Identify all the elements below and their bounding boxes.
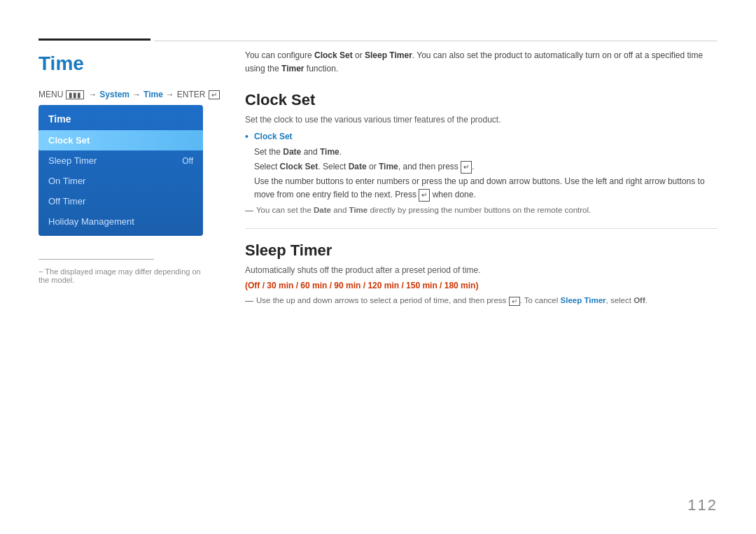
on-timer-label: On Timer [48,176,85,186]
sidebar-menu: Time Clock Set Sleep Timer Off On Timer … [38,105,203,236]
bullet-clock-set: • Clock Set Set the Date and Time. Selec… [245,130,718,202]
top-accent-line [38,38,150,41]
note-text1: You can set the Date and Time directly b… [256,206,591,214]
enter-icon3: ↵ [509,297,520,306]
section1-desc: Set the clock to use the various various… [245,115,718,125]
clock-set-label: Clock Set [48,135,90,146]
bullet-dot-icon: • [245,131,248,142]
enter-icon-box: ↵ [209,90,220,99]
section2-note: — Use the up and down arrows to select a… [245,296,718,306]
timer-bold: Timer [281,64,304,73]
enter-icon1: ↵ [461,161,472,174]
bullet-sub2: Select Clock Set. Select Date or Time, a… [254,160,718,174]
top-rule-line [154,41,718,41]
clock-set-bold2: Clock Set [280,162,318,171]
section2-desc: Automatically shuts off the product afte… [245,265,718,275]
sleep-timer-value: Off [182,156,193,166]
note-dash1: — [245,206,253,216]
date-note-bold: Date [314,206,331,214]
breadcrumb-time: Time [144,90,163,99]
off-timer-label: Off Timer [48,196,85,206]
date-bold1: Date [283,147,301,157]
bullet-content: Clock Set Set the Date and Time. Select … [254,130,718,202]
section-divider [245,228,718,229]
note-text2: Use the up and down arrows to select a p… [256,296,648,305]
sidebar-item-on-timer[interactable]: On Timer [38,171,203,191]
content-intro: You can configure Clock Set or Sleep Tim… [245,49,718,76]
menu-label: MENU [38,90,63,99]
content-area: You can configure Clock Set or Sleep Tim… [245,49,718,306]
time-bold1: Time [320,147,340,157]
sidebar-note: − The displayed image may differ dependi… [38,267,206,284]
off-bold: Off [634,296,645,304]
sleep-values: (Off / 30 min / 60 min / 90 min / 120 mi… [245,281,718,290]
time-bold2: Time [379,162,398,171]
menu-icon-box: ▮▮▮ [66,90,84,99]
time-note-bold: Time [349,206,368,214]
bullet-clock-set-title: Clock Set [254,132,293,141]
clock-set-bold: Clock Set [314,50,353,60]
bullet-sub3: Use the number buttons to enter numbers … [254,175,718,202]
section1-note: — You can set the Date and Time directly… [245,206,718,216]
breadcrumb-enter-label: ENTER [177,90,206,99]
sidebar-item-holiday-management[interactable]: Holiday Management [38,211,203,232]
breadcrumb-arrow3: → [166,90,174,99]
sleep-timer-bold-intro: Sleep Timer [365,50,412,60]
sleep-timer-label: Sleep Timer [48,155,97,166]
section1-title: Clock Set [245,91,718,109]
section2-title: Sleep Timer [245,241,718,260]
holiday-management-label: Holiday Management [48,216,134,227]
page-title: Time [38,52,84,75]
sidebar-divider [38,259,154,260]
page-number: 112 [687,496,718,514]
breadcrumb-arrow2: → [132,90,141,99]
sidebar-title: Time [38,109,203,130]
enter-icon2: ↵ [419,189,430,202]
sidebar-note-dash: − [38,267,43,276]
breadcrumb: MENU ▮▮▮ → System → Time → ENTER ↵ [38,90,220,99]
bullet-sub1: Set the Date and Time. [254,146,718,159]
sidebar-note-text: The displayed image may differ depending… [38,267,201,284]
breadcrumb-arrow1: → [88,90,97,99]
date-bold2: Date [349,162,367,171]
note-dash2: — [245,296,253,306]
breadcrumb-system: System [99,90,130,99]
sidebar-item-off-timer[interactable]: Off Timer [38,191,203,211]
sidebar-item-sleep-timer[interactable]: Sleep Timer Off [38,150,203,171]
sleep-timer-note-bold: Sleep Timer [561,296,606,304]
sidebar-item-clock-set[interactable]: Clock Set [38,130,203,150]
